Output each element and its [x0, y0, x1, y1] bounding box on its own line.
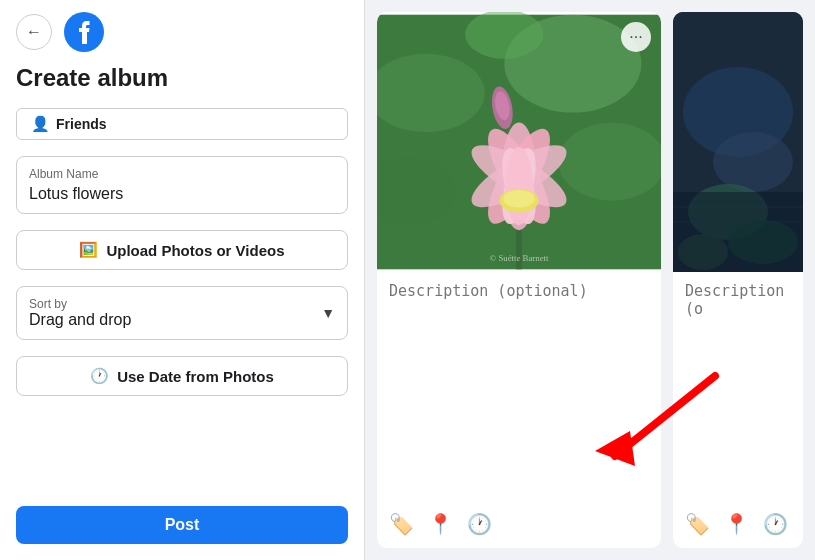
- tag-icon-2[interactable]: 🏷️: [685, 512, 710, 536]
- album-name-input[interactable]: [29, 185, 335, 203]
- person-icon: 👤: [31, 115, 50, 133]
- description-input-2[interactable]: [685, 282, 791, 342]
- chevron-down-icon: ▼: [321, 305, 335, 321]
- svg-point-4: [558, 122, 661, 200]
- svg-text:© Suétte Barnett: © Suétte Barnett: [490, 253, 550, 263]
- top-bar: ←: [0, 0, 364, 64]
- back-button[interactable]: ←: [16, 14, 52, 50]
- audience-label: Friends: [56, 116, 107, 132]
- tag-icon[interactable]: 🏷️: [389, 512, 414, 536]
- photo-card-2: 🏷️ 📍 🕐: [673, 12, 803, 548]
- left-panel: ← Create album 👤 Friends Album Name 🖼️ U…: [0, 0, 365, 560]
- upload-button[interactable]: 🖼️ Upload Photos or Videos: [16, 230, 348, 270]
- more-options-button-1[interactable]: ···: [621, 22, 651, 52]
- sort-inner: Sort by Drag and drop: [29, 297, 131, 329]
- photo-description-1[interactable]: [377, 272, 661, 506]
- album-name-field: Album Name: [16, 156, 348, 214]
- clock-action-icon[interactable]: 🕐: [467, 512, 492, 536]
- dark-photo-image: [673, 12, 803, 272]
- svg-rect-27: [673, 192, 803, 272]
- right-panel: © Suétte Barnett ··· 🏷️ 📍 🕐: [365, 0, 815, 560]
- photo-card-1: © Suétte Barnett ··· 🏷️ 📍 🕐: [377, 12, 661, 548]
- description-input-1[interactable]: [389, 282, 649, 342]
- photo-description-2[interactable]: [673, 272, 803, 506]
- clock-icon: 🕐: [90, 367, 109, 385]
- lotus-photo: © Suétte Barnett: [377, 12, 661, 272]
- use-date-button[interactable]: 🕐 Use Date from Photos: [16, 356, 348, 396]
- location-icon[interactable]: 📍: [428, 512, 453, 536]
- audience-button[interactable]: 👤 Friends: [16, 108, 348, 140]
- sort-dropdown[interactable]: Sort by Drag and drop ▼: [16, 286, 348, 340]
- photo-actions-1: 🏷️ 📍 🕐: [377, 506, 661, 548]
- sort-value: Drag and drop: [29, 311, 131, 328]
- upload-icon: 🖼️: [79, 241, 98, 259]
- svg-point-15: [505, 147, 532, 225]
- location-icon-2[interactable]: 📍: [724, 512, 749, 536]
- svg-point-17: [503, 190, 534, 208]
- clock-action-icon-2[interactable]: 🕐: [763, 512, 788, 536]
- page-title: Create album: [0, 64, 364, 108]
- album-name-label: Album Name: [29, 167, 335, 181]
- use-date-label: Use Date from Photos: [117, 368, 274, 385]
- facebook-logo: [64, 12, 104, 52]
- photo-actions-2: 🏷️ 📍 🕐: [673, 506, 803, 548]
- photo-image-wrap-1: © Suétte Barnett ···: [377, 12, 661, 272]
- svg-point-6: [465, 12, 543, 59]
- post-button[interactable]: Post: [16, 506, 348, 544]
- upload-label: Upload Photos or Videos: [106, 242, 284, 259]
- dark-photo-svg: [673, 12, 803, 272]
- back-arrow-icon: ←: [26, 23, 42, 41]
- svg-point-23: [713, 132, 793, 192]
- sort-label: Sort by: [29, 297, 131, 311]
